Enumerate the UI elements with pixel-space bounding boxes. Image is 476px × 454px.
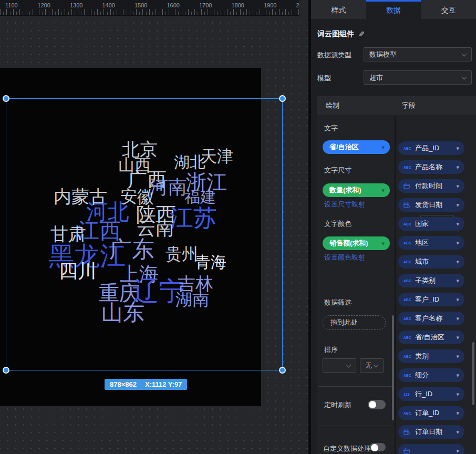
wordcloud-word: 山东 <box>101 302 144 324</box>
ruler-label: 1400 <box>102 2 115 8</box>
ruler-label: 1700 <box>199 2 212 8</box>
wordcloud-word: 四川 <box>59 262 97 281</box>
ruler-end-block <box>299 0 308 16</box>
field-pill-label: 省/自治区 <box>415 333 456 342</box>
field-pill[interactable]: 订单日期▾ <box>398 425 464 439</box>
tab-style[interactable]: 样式 <box>311 0 366 19</box>
size-position-badge: 878×862 X:1112 Y:97 <box>105 379 187 390</box>
abc-text-icon: ABC <box>403 355 415 358</box>
custom-processing-label: 自定义数据处理 <box>323 444 371 453</box>
calendar-clock-icon <box>403 429 415 435</box>
field-pill-label: 付款时间 <box>415 181 456 191</box>
abc-text-icon: ABC <box>403 336 415 339</box>
field-pill[interactable]: ABC产品_ID▾ <box>398 141 464 155</box>
color-measure-pill[interactable]: 销售额(求和) ▾ <box>323 236 390 250</box>
selection-handle-top-left[interactable] <box>3 95 9 102</box>
chevron-down-icon <box>462 74 467 79</box>
color-measure-value: 销售额(求和) <box>329 239 368 248</box>
field-pill[interactable]: ABC城市▾ <box>398 255 464 269</box>
ruler-label: 1300 <box>70 2 82 8</box>
field-pill-label: 子类别 <box>415 276 456 285</box>
size-measure-value: 数量(求和) <box>329 185 361 195</box>
badge-coords: X:1112 Y:97 <box>145 380 182 388</box>
divider <box>318 283 392 283</box>
filter-dropzone[interactable]: 拖到此处 <box>323 315 386 330</box>
size-measure-pill[interactable]: 数量(求和) ▾ <box>323 183 390 197</box>
chevron-down-icon: ▾ <box>456 334 459 341</box>
field-pill[interactable]: 发货日期▾ <box>398 198 464 212</box>
field-column-scrollbar[interactable] <box>472 342 474 405</box>
column-divider <box>395 115 396 454</box>
calendar-icon <box>403 448 415 454</box>
refresh-toggle[interactable] <box>368 400 386 409</box>
filter-dropzone-hint: 拖到此处 <box>330 318 358 327</box>
sort-order-select[interactable]: 无 <box>360 358 384 373</box>
tab-data[interactable]: 数据 <box>366 0 421 19</box>
refresh-section-label: 定时刷新 <box>324 400 351 410</box>
field-pill[interactable]: ABC子类别▾ <box>398 274 464 287</box>
wordcloud-word: 河南 <box>149 178 187 197</box>
sort-field-select[interactable] <box>323 358 356 373</box>
model-value: 超市 <box>369 73 383 82</box>
field-pill[interactable]: ABC产品名称▾ <box>398 160 464 174</box>
wordcloud-component[interactable]: 北京山西湖北天津广西河南浙江内蒙古安徽福建河北陕西江苏江西云南甘肃黑龙江广东贵州… <box>0 68 261 406</box>
field-pill[interactable]: ABC国家▾ <box>398 217 464 231</box>
tab-interaction[interactable]: 交互 <box>421 0 476 19</box>
data-config-subpanel: 绘制 字段 文字 省/自治区 ▾ 文字尺寸 数量(求和) ▾ 设置尺寸映射 文字… <box>317 96 476 454</box>
draw-column-scrollbar[interactable] <box>392 315 394 420</box>
subtab-draw[interactable]: 绘制 <box>326 96 339 115</box>
size-section-label: 文字尺寸 <box>324 166 351 175</box>
settings-panel: 样式 数据 交互 词云图组件 ✎ 数据源类型 数据模型 模型 超市 绘制 字段 … <box>311 0 476 454</box>
field-pill-label: 客户_ID <box>415 295 456 304</box>
chevron-down-icon: ▾ <box>456 429 459 436</box>
field-pill[interactable]: ABC省/自治区▾ <box>398 331 464 344</box>
field-pill[interactable]: ABC客户名称▾ <box>398 312 464 325</box>
wordcloud-word: 贵州 <box>165 246 198 262</box>
color-mapping-link[interactable]: 设置颜色映射 <box>324 253 365 262</box>
field-pill-label: 行_ID <box>415 389 456 399</box>
ruler-label: 1100 <box>5 2 18 8</box>
chevron-down-icon <box>462 51 467 56</box>
edit-pencil-icon[interactable]: ✎ <box>358 30 365 38</box>
field-pill-label: 产品_ID <box>415 143 456 153</box>
subtab-fields[interactable]: 字段 <box>402 96 416 115</box>
selection-handle-top-right[interactable] <box>279 95 286 102</box>
field-pill-label: 细分 <box>415 370 456 380</box>
field-pill[interactable]: ABC订单_ID▾ <box>398 406 464 420</box>
text-section-label: 文字 <box>324 123 338 133</box>
abc-text-icon: ABC <box>403 260 415 264</box>
chevron-down-icon: ▾ <box>456 296 459 303</box>
wordcloud-word: 青海 <box>195 254 226 270</box>
wordcloud-word: 甘肃 <box>50 225 86 243</box>
divider <box>318 426 392 426</box>
chevron-down-icon: ▾ <box>456 391 459 398</box>
field-pill[interactable]: 123行_ID▾ <box>398 387 464 401</box>
wordcloud-word: 江苏 <box>170 206 217 230</box>
field-pill[interactable]: ABC细分▾ <box>398 368 464 382</box>
custom-processing-toggle[interactable] <box>370 443 386 451</box>
selection-handle-bottom-left[interactable] <box>3 367 9 374</box>
canvas-workspace: 1100120013001400150016001700180019002000… <box>0 0 311 454</box>
datasource-type-select[interactable]: 数据模型 <box>364 47 472 61</box>
field-pill[interactable]: ABC地区▾ <box>398 236 464 250</box>
selection-handle-bottom-right[interactable] <box>279 367 286 374</box>
text-field-pill[interactable]: 省/自治区 ▾ <box>323 140 390 154</box>
size-mapping-link[interactable]: 设置尺寸映射 <box>324 200 365 209</box>
field-pill-label: 城市 <box>415 257 456 266</box>
chevron-down-icon: ▾ <box>381 144 385 151</box>
field-pill[interactable]: 付款时间▾ <box>398 179 464 193</box>
chevron-down-icon: ▾ <box>456 448 459 454</box>
app-root: 1100120013001400150016001700180019002000… <box>0 0 476 454</box>
chevron-down-icon: ▾ <box>456 353 459 360</box>
field-pill[interactable]: ABC客户_ID▾ <box>398 293 464 306</box>
ruler-label: 1800 <box>232 2 244 8</box>
model-label: 模型 <box>317 74 331 83</box>
model-select[interactable]: 超市 <box>364 70 472 85</box>
chevron-down-icon: ▾ <box>456 259 459 265</box>
chevron-down-icon <box>374 362 379 367</box>
field-pill[interactable]: ▾ <box>398 444 464 454</box>
abc-text-icon: ABC <box>403 147 415 150</box>
chevron-down-icon: ▾ <box>456 240 459 246</box>
chevron-down-icon: ▾ <box>456 372 459 379</box>
field-pill[interactable]: ABC类别▾ <box>398 349 464 363</box>
